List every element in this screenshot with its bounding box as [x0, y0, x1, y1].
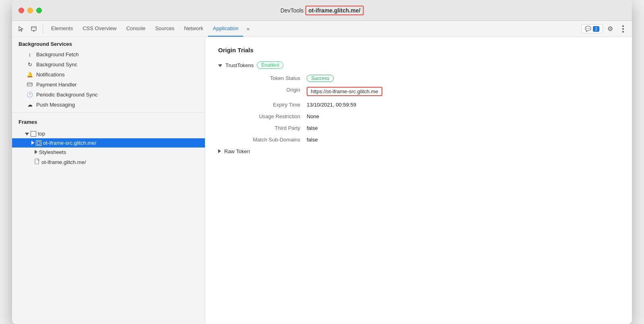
frame-icon — [31, 131, 36, 137]
sidebar-item-label: Payment Handler — [36, 82, 76, 88]
frames-item-iframe-doc[interactable]: ot-iframe.glitch.me/ — [12, 157, 205, 168]
detail-table: Token Status Success Origin https://ot-i… — [234, 75, 619, 143]
sidebar-item-label: Push Messaging — [36, 102, 75, 108]
tab-console[interactable]: Console — [122, 21, 151, 37]
raw-token-row[interactable]: Raw Token — [218, 148, 619, 154]
sidebar-item-label: Background Sync — [36, 62, 77, 68]
tab-network[interactable]: Network — [179, 21, 208, 37]
frames-item-stylesheets-label: Stylesheets — [39, 149, 66, 155]
frames-section: top ot-iframe-src.glitch.me/ — [12, 127, 205, 168]
trust-tokens-row: TrustTokens Enabled — [218, 62, 619, 69]
third-party-value: false — [307, 125, 318, 131]
token-status-value: Success — [307, 75, 334, 81]
toolbar-tabs: Elements CSS Overview Console Sources Ne… — [46, 21, 580, 37]
token-status-row: Token Status Success — [234, 75, 619, 81]
toolbar-divider-1 — [43, 25, 43, 33]
sidebar-divider — [12, 112, 205, 113]
triangle-right-icon — [31, 140, 34, 146]
usage-restriction-row: Usage Restriction None — [234, 113, 619, 119]
trust-tokens-label: TrustTokens — [225, 62, 254, 68]
match-subdomains-value: false — [307, 137, 318, 143]
frames-item-top-label: top — [38, 131, 45, 137]
svg-rect-1 — [27, 83, 32, 86]
origin-row: Origin https://ot-iframe-src.glitch.me — [234, 87, 619, 96]
sidebar-item-periodic-background-sync[interactable]: 🕐 Periodic Background Sync — [12, 90, 205, 100]
svg-rect-2 — [35, 159, 39, 164]
expiry-value: 13/10/2021, 00:59:59 — [307, 102, 356, 108]
triangle-down-icon — [25, 131, 29, 137]
token-status-label: Token Status — [234, 75, 307, 81]
sidebar-item-payment-handler[interactable]: Payment Handler — [12, 80, 205, 90]
tab-elements[interactable]: Elements — [46, 21, 78, 37]
settings-button[interactable]: ⚙ — [605, 23, 616, 35]
titlebar-center: DevTools ot-iframe.glitch.me/ — [281, 6, 364, 15]
raw-token-label: Raw Token — [224, 148, 250, 154]
background-services-header: Background Services — [12, 37, 205, 49]
panel-title: Origin Trials — [218, 47, 619, 53]
push-messaging-icon: ☁ — [27, 102, 33, 108]
doc-icon — [35, 158, 40, 166]
close-button[interactable] — [19, 8, 24, 13]
frames-item-iframe-src-label: ot-iframe-src.glitch.me/ — [43, 140, 96, 146]
background-fetch-icon: ↕ — [27, 51, 33, 57]
triangle-right-icon-stylesheets — [35, 149, 37, 155]
sidebar-item-label: Background Fetch — [36, 51, 79, 57]
usage-restriction-value: None — [307, 113, 319, 119]
expiry-row: Expiry Time 13/10/2021, 00:59:59 — [234, 102, 619, 108]
sidebar-item-background-sync[interactable]: ↻ Background Sync — [12, 59, 205, 70]
more-tabs-button[interactable]: » — [243, 23, 253, 35]
minimize-button[interactable] — [27, 8, 33, 13]
traffic-lights — [19, 8, 42, 13]
trust-tokens-triangle[interactable] — [218, 62, 222, 68]
success-badge: Success — [307, 75, 334, 82]
svg-rect-0 — [31, 27, 36, 31]
enabled-badge: Enabled — [257, 62, 283, 69]
raw-token-triangle — [218, 148, 221, 154]
match-subdomains-label: Match Sub-Domains — [234, 137, 307, 143]
third-party-label: Third Party — [234, 125, 307, 131]
chat-icon: 💬 — [585, 26, 591, 32]
sidebar: Background Services ↕ Background Fetch ↻… — [12, 37, 205, 324]
messages-button[interactable]: 💬 2 — [581, 24, 603, 33]
tab-sources[interactable]: Sources — [150, 21, 179, 37]
sidebar-item-background-fetch[interactable]: ↕ Background Fetch — [12, 49, 205, 59]
sidebar-item-label: Periodic Background Sync — [36, 92, 97, 98]
devtools-window: DevTools ot-iframe.glitch.me/ Elements C… — [12, 0, 632, 324]
frames-item-stylesheets[interactable]: Stylesheets — [12, 148, 205, 157]
toolbar: Elements CSS Overview Console Sources Ne… — [12, 21, 632, 37]
more-options-button[interactable] — [617, 23, 629, 35]
main-panel: Origin Trials TrustTokens Enabled Token … — [205, 37, 632, 324]
titlebar-url: ot-iframe.glitch.me/ — [305, 6, 363, 15]
frames-item-iframe-doc-label: ot-iframe.glitch.me/ — [41, 159, 86, 165]
toolbar-right: 💬 2 ⚙ — [581, 23, 629, 35]
expiry-label: Expiry Time — [234, 102, 307, 108]
badge-count: 2 — [593, 26, 599, 32]
tab-application[interactable]: Application — [208, 21, 244, 37]
notifications-icon: 🔔 — [27, 72, 33, 78]
frames-item-top[interactable]: top — [12, 129, 205, 138]
frames-item-iframe-src[interactable]: ot-iframe-src.glitch.me/ — [12, 138, 205, 148]
main-content: Background Services ↕ Background Fetch ↻… — [12, 37, 632, 324]
origin-label: Origin — [234, 87, 307, 93]
sidebar-item-label: Notifications — [36, 72, 65, 78]
titlebar-title: DevTools — [281, 7, 304, 14]
sidebar-item-notifications[interactable]: 🔔 Notifications — [12, 70, 205, 80]
gear-icon: ⚙ — [607, 25, 613, 33]
payment-handler-icon — [27, 82, 33, 88]
frame-icon-active — [36, 140, 41, 146]
titlebar: DevTools ot-iframe.glitch.me/ — [12, 0, 632, 21]
vertical-dots-icon — [622, 25, 624, 33]
match-subdomains-row: Match Sub-Domains false — [234, 137, 619, 143]
usage-restriction-label: Usage Restriction — [234, 113, 307, 119]
origin-value: https://ot-iframe-src.glitch.me — [307, 87, 382, 96]
maximize-button[interactable] — [36, 8, 42, 13]
inspect-icon[interactable] — [28, 23, 39, 35]
cursor-icon[interactable] — [15, 23, 27, 35]
background-sync-icon: ↻ — [27, 62, 33, 68]
periodic-sync-icon: 🕐 — [27, 92, 33, 98]
tab-css-overview[interactable]: CSS Overview — [78, 21, 122, 37]
third-party-row: Third Party false — [234, 125, 619, 131]
sidebar-item-push-messaging[interactable]: ☁ Push Messaging — [12, 100, 205, 110]
frames-header: Frames — [12, 115, 205, 127]
